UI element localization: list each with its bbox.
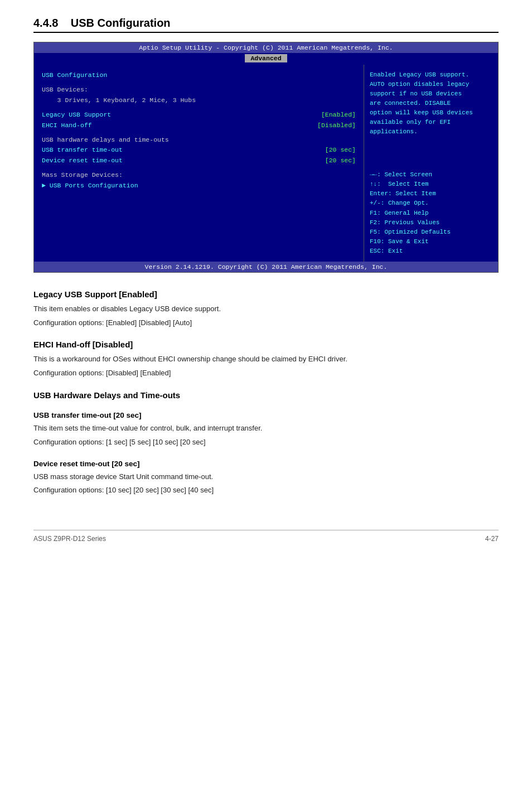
section-hw-delays: USB Hardware Delays and Time-outs [33,390,499,400]
bios-line-mass-storage: Mass Storage Devices: [42,170,356,180]
bios-footer: Version 2.14.1219. Copyright (C) 2011 Am… [34,262,498,272]
heading-hw-delays: USB Hardware Delays and Time-outs [33,390,499,400]
bios-line-usb-config: USB Configuration [42,70,356,80]
section-ehci: EHCI Hand-off [Disabled] This is a worka… [33,340,499,379]
page-footer: ASUS Z9PR-D12 Series 4-27 [33,530,499,543]
bios-tab-advanced[interactable]: Advanced [245,54,287,62]
bios-hint-f5: F5: Optimized Defaults [370,228,492,237]
section-title: 4.4.8 USB Configuration [33,17,499,33]
bios-line-ehci[interactable]: EHCI Hand-off[Disabled] [42,120,356,131]
bios-line-usb-devices-val: 3 Drives, 1 Keyboard, 2 Mice, 3 Hubs [42,95,356,105]
bios-hint-f2: F2: Previous Values [370,218,492,228]
heading-legacy-usb: Legacy USB Support [Enabled] [33,289,499,299]
bios-line-legacy-usb[interactable]: Legacy USB Support[Enabled] [42,110,356,120]
bios-right-panel: Enabled Legacy USB support. AUTO option … [364,65,498,262]
bios-help-line-6: available only for EFI [370,118,492,127]
bios-left-panel: USB Configuration USB Devices: 3 Drives,… [34,65,364,262]
bios-help-line-5: option will keep USB devices [370,108,492,118]
heading-transfer-timeout: USB transfer time-out [20 sec] [33,411,499,419]
bios-line-device-reset-timeout[interactable]: Device reset time-out[20 sec] [42,156,356,166]
bios-hint-select-item: ↑↓: Select Item [370,180,492,189]
bios-hint-enter: Enter: Select Item [370,189,492,199]
bios-help-line-1: Enabled Legacy USB support. [370,70,492,80]
bios-header: Aptio Setup Utility - Copyright (C) 2011… [34,42,498,53]
section-heading-text: USB Configuration [71,17,171,29]
section-transfer-timeout: USB transfer time-out [20 sec] This item… [33,411,499,448]
para-legacy-usb-2: Configuration options: [Enabled] [Disabl… [33,317,499,329]
bios-hint-change: +/-: Change Opt. [370,199,492,208]
para-transfer-timeout-2: Configuration options: [1 sec] [5 sec] [… [33,437,499,448]
bios-line-usb-ports[interactable]: ► USB Ports Configuration [42,181,356,191]
bios-help-text: Enabled Legacy USB support. AUTO option … [370,70,492,137]
bios-help-line-3: support if no USB devices [370,89,492,99]
bios-hint-f1: F1: General Help [370,209,492,218]
bios-hint-select-screen: →←: Select Screen [370,170,492,180]
bios-tab-row: Advanced [34,53,498,65]
bios-help-line-2: AUTO option disables legacy [370,80,492,89]
section-legacy-usb: Legacy USB Support [Enabled] This item e… [33,289,499,329]
para-transfer-timeout-1: This item sets the time-out value for co… [33,423,499,434]
para-ehci-1: This is a workaround for OSes without EH… [33,354,499,365]
footer-page-number: 4-27 [485,535,499,543]
para-device-reset-2: Configuration options: [10 sec] [20 sec]… [33,485,499,496]
footer-brand: ASUS Z9PR-D12 Series [33,535,106,543]
bios-screen: Aptio Setup Utility - Copyright (C) 2011… [33,42,499,273]
bios-hint-f10: F10: Save & Exit [370,237,492,247]
section-number: 4.4.8 [33,17,58,29]
heading-device-reset: Device reset time-out [20 sec] [33,460,499,468]
para-ehci-2: Configuration options: [Disabled] [Enabl… [33,368,499,379]
heading-ehci: EHCI Hand-off [Disabled] [33,340,499,349]
bios-help-line-4: are connected. DISABLE [370,99,492,108]
para-legacy-usb-1: This item enables or disables Legacy USB… [33,303,499,315]
para-device-reset-1: USB mass storage device Start Unit comma… [33,471,499,483]
bios-key-hints: →←: Select Screen ↑↓: Select Item Enter:… [370,170,492,255]
bios-body: USB Configuration USB Devices: 3 Drives,… [34,65,498,262]
bios-hint-esc: ESC: Exit [370,247,492,256]
bios-line-transfer-timeout[interactable]: USB transfer time-out[20 sec] [42,145,356,155]
bios-line-hw-delays: USB hardware delays and time-outs [42,135,356,145]
section-device-reset: Device reset time-out [20 sec] USB mass … [33,460,499,497]
bios-help-line-7: applications. [370,127,492,137]
bios-line-usb-devices-label: USB Devices: [42,85,356,95]
